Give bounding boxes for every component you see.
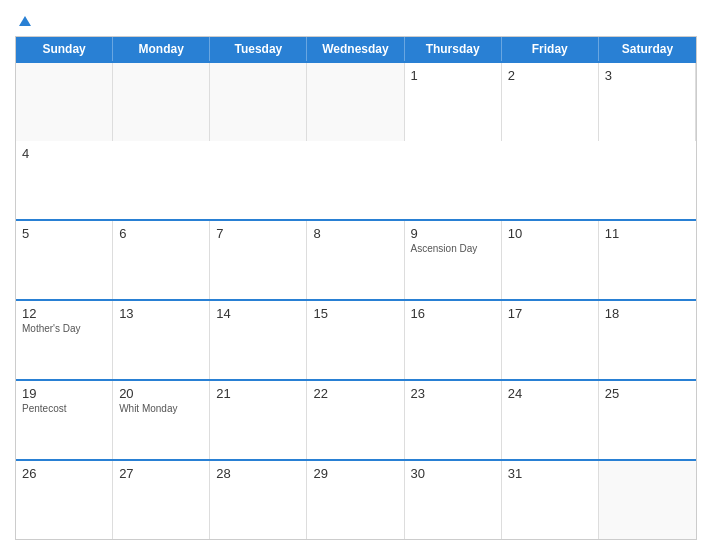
cal-cell: 7 — [210, 221, 307, 299]
cal-cell: 15 — [307, 301, 404, 379]
day-number: 28 — [216, 466, 300, 481]
day-number: 5 — [22, 226, 106, 241]
cal-cell: 6 — [113, 221, 210, 299]
cal-cell: 3 — [599, 63, 696, 141]
day-number: 15 — [313, 306, 397, 321]
cal-cell: 29 — [307, 461, 404, 539]
day-of-week-sunday: Sunday — [16, 37, 113, 61]
day-number: 9 — [411, 226, 495, 241]
day-number: 21 — [216, 386, 300, 401]
day-number: 2 — [508, 68, 592, 83]
logo-triangle-icon — [19, 16, 31, 26]
cal-cell: 10 — [502, 221, 599, 299]
cal-cell: 2 — [502, 63, 599, 141]
day-number: 10 — [508, 226, 592, 241]
cal-cell: 24 — [502, 381, 599, 459]
day-number: 30 — [411, 466, 495, 481]
day-of-week-thursday: Thursday — [405, 37, 502, 61]
cal-cell: 22 — [307, 381, 404, 459]
cal-cell: 28 — [210, 461, 307, 539]
day-number: 16 — [411, 306, 495, 321]
day-number: 20 — [119, 386, 203, 401]
cal-cell: 20Whit Monday — [113, 381, 210, 459]
day-number: 8 — [313, 226, 397, 241]
cal-cell: 13 — [113, 301, 210, 379]
cal-cell: 17 — [502, 301, 599, 379]
calendar-header: SundayMondayTuesdayWednesdayThursdayFrid… — [16, 37, 696, 61]
cal-cell — [210, 63, 307, 141]
cal-cell: 9Ascension Day — [405, 221, 502, 299]
calendar-row-5: 262728293031 — [16, 459, 696, 539]
day-number: 11 — [605, 226, 690, 241]
day-of-week-tuesday: Tuesday — [210, 37, 307, 61]
header — [15, 10, 697, 28]
logo — [15, 10, 35, 28]
day-number: 26 — [22, 466, 106, 481]
event-label: Pentecost — [22, 403, 106, 414]
day-number: 22 — [313, 386, 397, 401]
day-of-week-saturday: Saturday — [599, 37, 696, 61]
cal-cell: 11 — [599, 221, 696, 299]
cal-cell: 27 — [113, 461, 210, 539]
calendar: SundayMondayTuesdayWednesdayThursdayFrid… — [15, 36, 697, 540]
cal-cell: 14 — [210, 301, 307, 379]
calendar-body: 123456789Ascension Day101112Mother's Day… — [16, 61, 696, 539]
day-of-week-monday: Monday — [113, 37, 210, 61]
cal-cell: 4 — [16, 141, 113, 219]
day-number: 6 — [119, 226, 203, 241]
cal-cell — [599, 461, 696, 539]
day-number: 14 — [216, 306, 300, 321]
day-number: 27 — [119, 466, 203, 481]
day-number: 4 — [22, 146, 107, 161]
day-number: 17 — [508, 306, 592, 321]
day-number: 18 — [605, 306, 690, 321]
day-number: 7 — [216, 226, 300, 241]
day-number: 13 — [119, 306, 203, 321]
cal-cell: 19Pentecost — [16, 381, 113, 459]
cal-cell: 30 — [405, 461, 502, 539]
day-number: 1 — [411, 68, 495, 83]
cal-cell: 18 — [599, 301, 696, 379]
day-number: 3 — [605, 68, 689, 83]
cal-cell: 12Mother's Day — [16, 301, 113, 379]
day-number: 29 — [313, 466, 397, 481]
day-number: 25 — [605, 386, 690, 401]
day-number: 24 — [508, 386, 592, 401]
calendar-row-2: 56789Ascension Day1011 — [16, 219, 696, 299]
cal-cell — [113, 63, 210, 141]
calendar-page: SundayMondayTuesdayWednesdayThursdayFrid… — [0, 0, 712, 550]
cal-cell: 5 — [16, 221, 113, 299]
cal-cell: 25 — [599, 381, 696, 459]
cal-cell: 21 — [210, 381, 307, 459]
day-of-week-friday: Friday — [502, 37, 599, 61]
cal-cell: 26 — [16, 461, 113, 539]
day-number: 12 — [22, 306, 106, 321]
cal-cell: 31 — [502, 461, 599, 539]
cal-cell: 8 — [307, 221, 404, 299]
cal-cell — [16, 63, 113, 141]
day-number: 31 — [508, 466, 592, 481]
event-label: Ascension Day — [411, 243, 495, 254]
event-label: Mother's Day — [22, 323, 106, 334]
calendar-row-1: 1234 — [16, 61, 696, 219]
calendar-row-3: 12Mother's Day131415161718 — [16, 299, 696, 379]
event-label: Whit Monday — [119, 403, 203, 414]
cal-cell: 1 — [405, 63, 502, 141]
cal-cell: 16 — [405, 301, 502, 379]
cal-cell: 23 — [405, 381, 502, 459]
day-number: 19 — [22, 386, 106, 401]
cal-cell — [307, 63, 404, 141]
day-of-week-wednesday: Wednesday — [307, 37, 404, 61]
calendar-row-4: 19Pentecost20Whit Monday2122232425 — [16, 379, 696, 459]
day-number: 23 — [411, 386, 495, 401]
